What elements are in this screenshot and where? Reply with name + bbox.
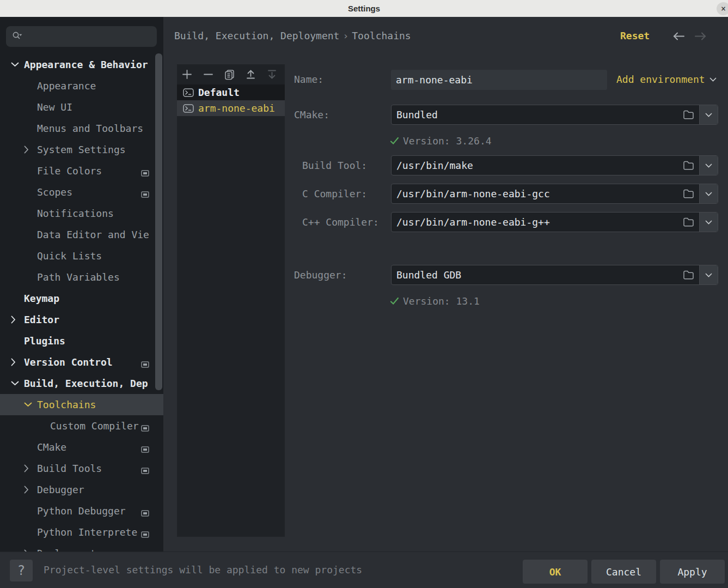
folder-icon[interactable] [683, 110, 694, 122]
sidebar-item-label: File Colors [37, 165, 102, 177]
cmake-version-text: Version: 3.26.4 [403, 135, 492, 147]
sidebar-item[interactable]: Build Tools [0, 458, 163, 479]
breadcrumb-current: Toolchains [352, 30, 411, 41]
chevron-slot[interactable] [24, 402, 37, 407]
title-bar: Settings × [0, 0, 728, 17]
sidebar-item[interactable]: Plugins [0, 330, 163, 351]
sidebar-item[interactable]: File Colors [0, 160, 163, 181]
build-tool-value: /usr/bin/make [396, 156, 473, 175]
sidebar-item[interactable]: Build, Execution, Dep [0, 373, 163, 394]
apply-button[interactable]: Apply [660, 560, 725, 584]
sidebar-item[interactable]: Python Debugger [0, 500, 163, 522]
chevron-right-icon [11, 358, 16, 366]
debugger-label: Debugger: [294, 269, 347, 282]
chevron-down-icon [11, 381, 19, 386]
terminal-icon [183, 88, 194, 97]
add-icon[interactable] [181, 69, 192, 80]
move-up-icon[interactable] [245, 69, 256, 80]
chevron-down-icon [705, 113, 712, 117]
chevron-down-icon [705, 163, 712, 168]
sidebar-item[interactable]: Editor [0, 309, 163, 330]
sidebar-item-label: Data Editor and Vie [37, 229, 149, 240]
add-environment-link[interactable]: Add environment [616, 74, 717, 85]
cpp-compiler-dropdown-button[interactable] [699, 213, 718, 232]
back-arrow-icon[interactable] [672, 32, 686, 43]
breadcrumb-parent[interactable]: Build, Execution, Deployment [174, 30, 339, 41]
reset-button[interactable]: Reset [620, 30, 650, 41]
sidebar-item[interactable]: New UI [0, 96, 163, 118]
debugger-version: Version: 13.1 [390, 295, 480, 307]
build-tool-combo[interactable]: /usr/bin/make [391, 155, 718, 175]
sidebar-item-label: Appearance [37, 80, 96, 92]
help-button[interactable]: ? [10, 560, 33, 581]
screen-icon [141, 507, 149, 519]
sidebar-item[interactable]: Quick Lists [0, 245, 163, 266]
chevron-down-icon [705, 220, 712, 225]
sidebar-item-label: System Settings [37, 144, 126, 155]
chevron-slot[interactable] [11, 62, 24, 67]
sidebar-item[interactable]: Python Interprete [0, 522, 163, 543]
add-environment-label: Add environment [616, 74, 705, 85]
folder-icon[interactable] [683, 189, 694, 201]
sidebar-item[interactable]: Path Variables [0, 266, 163, 288]
sidebar-scrollbar[interactable] [155, 53, 162, 390]
folder-icon[interactable] [683, 217, 694, 229]
chevron-slot[interactable] [24, 486, 37, 494]
sidebar-item-label: CMake [37, 441, 66, 453]
sidebar-item-label: Path Variables [37, 271, 120, 283]
sidebar-item[interactable]: Version Control [0, 351, 163, 373]
toolchain-list-item[interactable]: arm-none-eabi [177, 100, 285, 116]
toolchain-list-item[interactable]: Default [177, 84, 285, 100]
sidebar-item[interactable]: Custom Compiler [0, 415, 163, 437]
cpp-compiler-combo[interactable]: /usr/bin/arm-none-eabi-g++ [391, 212, 718, 232]
sidebar-item[interactable]: Data Editor and Vie [0, 224, 163, 245]
sidebar-item[interactable]: Toolchains [0, 394, 163, 415]
debugger-combo[interactable]: Bundled GDB [391, 265, 718, 285]
sidebar-item[interactable]: Deployment [0, 543, 163, 551]
sidebar-item-label: Menus and Toolbars [37, 123, 143, 134]
remove-icon[interactable] [203, 69, 213, 80]
move-down-icon [266, 69, 277, 80]
folder-icon[interactable] [683, 160, 694, 172]
debugger-dropdown-button[interactable] [699, 265, 718, 284]
build-tool-dropdown-button[interactable] [699, 156, 718, 175]
c-compiler-combo[interactable]: /usr/bin/arm-none-eabi-gcc [391, 184, 718, 204]
chevron-right-icon [11, 316, 16, 324]
name-field[interactable] [391, 70, 607, 90]
settings-sidebar: Appearance & Behavior Appearance [0, 17, 163, 551]
sidebar-item[interactable]: Keymap [0, 288, 163, 309]
folder-icon[interactable] [683, 270, 694, 282]
chevron-slot[interactable] [11, 316, 24, 324]
sidebar-item-label: Editor [24, 314, 59, 325]
sidebar-item[interactable]: Menus and Toolbars [0, 118, 163, 139]
duplicate-icon[interactable] [224, 69, 235, 80]
breadcrumb: Build, Execution, Deployment›Toolchains [174, 30, 411, 41]
cmake-combo[interactable]: Bundled [391, 105, 718, 125]
c-compiler-dropdown-button[interactable] [699, 184, 718, 203]
chevron-down-icon [24, 402, 32, 407]
chevron-slot[interactable] [24, 464, 37, 472]
cancel-button[interactable]: Cancel [591, 560, 656, 584]
screen-icon [141, 465, 149, 476]
dialog-footer: ? Project-level settings will be applied… [0, 551, 728, 588]
search-icon [12, 31, 23, 42]
sidebar-item[interactable]: Notifications [0, 203, 163, 224]
cmake-dropdown-button[interactable] [699, 105, 718, 124]
screen-icon [141, 422, 149, 434]
search-input[interactable] [26, 31, 140, 43]
chevron-slot[interactable] [24, 146, 37, 154]
sidebar-item[interactable]: System Settings [0, 139, 163, 160]
search-box[interactable] [6, 26, 157, 47]
settings-dialog: Settings × Appearance & Behavior [0, 0, 728, 588]
sidebar-item[interactable]: CMake [0, 437, 163, 458]
chevron-slot[interactable] [11, 358, 24, 366]
sidebar-item[interactable]: Scopes [0, 181, 163, 203]
sidebar-item[interactable]: Appearance & Behavior [0, 54, 163, 75]
chevron-slot[interactable] [11, 381, 24, 386]
sidebar-item[interactable]: Appearance [0, 75, 163, 96]
sidebar-item[interactable]: Debugger [0, 479, 163, 500]
ok-button[interactable]: OK [523, 560, 588, 584]
close-icon[interactable]: × [717, 2, 728, 15]
debugger-value: Bundled GDB [396, 265, 461, 284]
name-label: Name: [294, 73, 323, 86]
